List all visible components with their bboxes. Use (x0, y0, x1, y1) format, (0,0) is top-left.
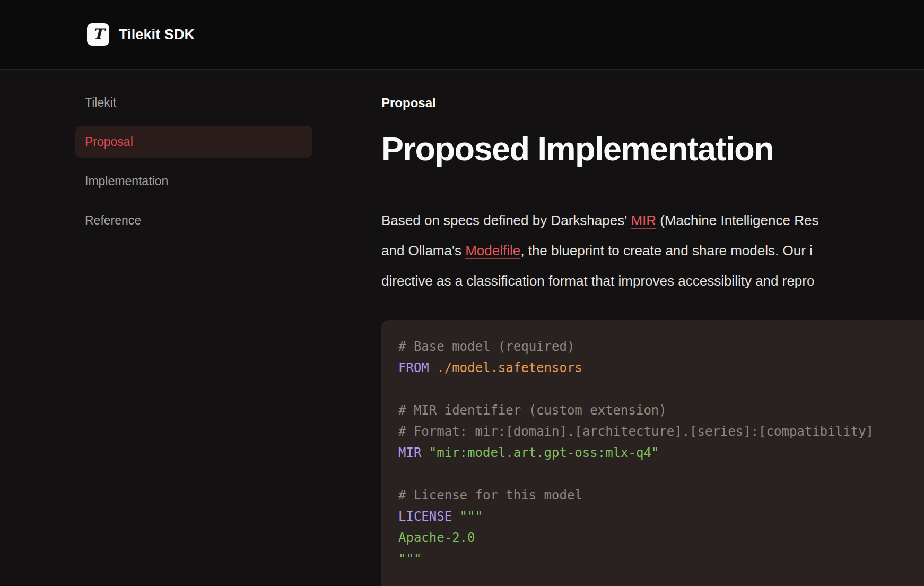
code-line: # License for this model (398, 485, 907, 506)
tilekit-logo-glyph: T (93, 25, 104, 43)
sidebar-item-tilekit[interactable]: Tilekit (75, 87, 312, 118)
intro-text: , the blueprint to create and share mode… (520, 243, 813, 258)
sidebar-item-reference[interactable]: Reference (75, 204, 312, 236)
code-token-keyword: FROM (398, 360, 429, 375)
main-content: Proposal Proposed Implementation Based o… (381, 70, 924, 585)
sidebar: TilekitProposalImplementationReference (0, 70, 381, 585)
intro-line: Based on specs defined by Darkshapes' MI… (381, 205, 924, 236)
code-line (398, 378, 907, 400)
body-wrap: TilekitProposalImplementationReference P… (0, 70, 924, 585)
code-line: # Format: mir:[domain].[architecture].[s… (398, 421, 907, 442)
code-line: FROM ./model.safetensors (398, 357, 907, 378)
code-token-string: "mir:model.art.gpt-oss:mlx-q4" (429, 445, 659, 460)
code-token-comment: # License for this model (398, 488, 582, 503)
sidebar-item-proposal[interactable]: Proposal (75, 126, 312, 158)
code-block: # Base model (required)FROM ./model.safe… (381, 320, 924, 586)
code-token-path: ./model.safetensors (437, 360, 582, 375)
sidebar-item-implementation[interactable]: Implementation (75, 165, 312, 197)
intro-line: directive as a classification format tha… (381, 266, 924, 296)
code-line: """ (398, 548, 907, 570)
site-title: Tilekit SDK (119, 27, 195, 43)
code-token-plain (421, 445, 429, 460)
intro-text: directive as a classification format tha… (381, 273, 814, 289)
code-line: MIR "mir:model.art.gpt-oss:mlx-q4" (398, 442, 907, 463)
code-line: Apache-2.0 (398, 527, 907, 548)
intro-text: and Ollama's (381, 243, 465, 258)
code-token-string: """ (460, 509, 483, 524)
intro-text: Based on specs defined by Darkshapes' (381, 212, 631, 228)
code-token-comment: # MIR identifier (custom extension) (398, 403, 667, 418)
code-content: # Base model (required)FROM ./model.safe… (398, 336, 907, 570)
code-token-string: """ (398, 551, 421, 566)
docs-page: T Tilekit SDK TilekitProposalImplementat… (0, 0, 924, 585)
code-token-keyword: MIR (398, 445, 421, 460)
code-line: # MIR identifier (custom extension) (398, 400, 907, 421)
link-mir[interactable]: MIR (631, 212, 656, 228)
intro-line: and Ollama's Modelfile, the blueprint to… (381, 236, 924, 266)
code-line: # Base model (required) (398, 336, 907, 357)
code-token-plain (452, 509, 459, 524)
code-token-keyword: LICENSE (398, 509, 452, 524)
code-token-comment: # Base model (required) (398, 339, 574, 354)
intro-text: (Machine Intelligence Res (656, 212, 818, 228)
link-modelfile[interactable]: Modelfile (465, 243, 520, 258)
tilekit-logo[interactable]: T (87, 23, 109, 46)
intro-paragraph: Based on specs defined by Darkshapes' MI… (381, 205, 924, 296)
code-token-comment: # Format: mir:[domain].[architecture].[s… (398, 424, 874, 439)
code-line: LICENSE """ (398, 506, 907, 527)
code-token-string: Apache-2.0 (398, 530, 475, 545)
code-token-plain (429, 360, 437, 375)
page-title: Proposed Implementation (381, 130, 924, 167)
breadcrumb: Proposal (381, 95, 924, 111)
header: T Tilekit SDK (0, 0, 924, 70)
code-line (398, 463, 907, 485)
sidebar-items: TilekitProposalImplementationReference (75, 87, 381, 236)
